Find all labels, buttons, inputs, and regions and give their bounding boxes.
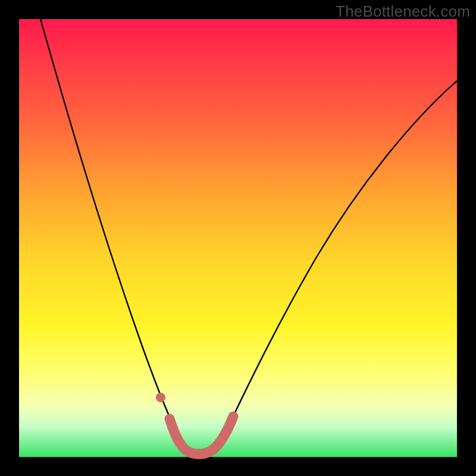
plot-area	[19, 19, 457, 457]
chart-frame: TheBottleneck.com	[0, 0, 476, 476]
marker-dot	[156, 393, 165, 402]
curve-layer	[19, 19, 457, 457]
watermark-text: TheBottleneck.com	[336, 2, 470, 21]
bottleneck-curve	[40, 19, 457, 453]
marker-valley	[170, 416, 233, 454]
